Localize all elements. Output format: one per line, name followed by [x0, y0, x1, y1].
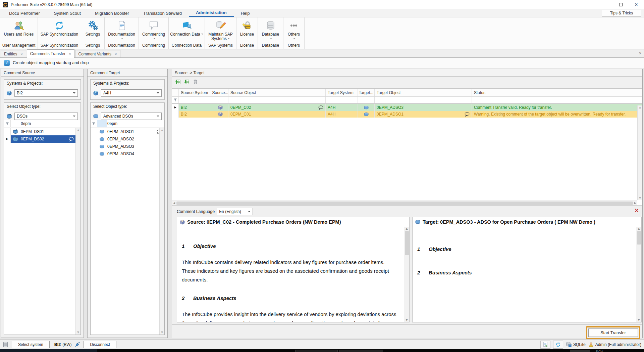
- delete-mapping-button[interactable]: [193, 79, 198, 85]
- ribbon-group-database[interactable]: Database Database: [258, 17, 283, 49]
- scroll-up-icon[interactable]: ▲: [406, 227, 408, 230]
- list-item[interactable]: 0EPM_ADSO4: [91, 150, 164, 158]
- chevron-down-icon: [201, 34, 203, 36]
- tab-close-icon[interactable]: ×: [20, 52, 22, 56]
- column-header[interactable]: Status: [472, 89, 642, 96]
- scroll-left-icon[interactable]: ◀: [173, 202, 175, 205]
- close-preview-button[interactable]: ×: [634, 207, 640, 213]
- disconnect-button[interactable]: Disconnect: [84, 341, 116, 348]
- scroll-up-icon[interactable]: ▲: [639, 106, 641, 109]
- source-preview-title: Source: 0EPM_C02 - Completed Purchase Or…: [187, 219, 341, 225]
- scroll-down-icon[interactable]: ▼: [77, 331, 79, 334]
- windows-taskbar[interactable]: 15:57: [0, 349, 644, 352]
- tab-strip-close-icon[interactable]: ×: [639, 51, 641, 56]
- source-system-select[interactable]: BI2: [14, 89, 78, 97]
- tab-entities[interactable]: Entities×: [1, 50, 26, 57]
- ribbon-group-user-management[interactable]: Users and Roles User Management: [0, 17, 38, 49]
- menu-tab-migration-booster[interactable]: Migration Booster: [88, 9, 136, 17]
- scrollbar-thumb[interactable]: [637, 231, 641, 245]
- scrollbar-thumb[interactable]: [176, 202, 633, 205]
- column-header[interactable]: Source...: [212, 89, 228, 96]
- export-excel-alt-button[interactable]: [184, 79, 190, 85]
- select-system-button[interactable]: Select system: [12, 341, 50, 348]
- ribbon-group-commenting[interactable]: Commenting Commenting: [139, 17, 169, 49]
- target-object-type-select[interactable]: Advanced DSOs: [101, 113, 162, 120]
- tab-close-icon[interactable]: ×: [115, 52, 117, 56]
- infocube-icon: [212, 104, 228, 111]
- scrollbar-thumb[interactable]: [405, 231, 409, 255]
- preview-scrollbar[interactable]: ▲ ▼: [404, 227, 409, 322]
- comment-language-select[interactable]: En (English): [217, 208, 253, 215]
- taskbar-tray[interactable]: [570, 350, 590, 352]
- scroll-down-icon[interactable]: ▼: [638, 319, 640, 321]
- menu-tab-system-scout[interactable]: System Scout: [47, 9, 88, 17]
- source-comment-preview: Source: 0EPM_C02 - Completed Purchase Or…: [177, 217, 410, 322]
- status-text: Comment Transfer valid. Ready for transf…: [472, 104, 642, 111]
- ribbon-group-sap-systems[interactable]: Maintain SAP Systems SAP Systems: [205, 17, 236, 49]
- column-header[interactable]: Target Object: [375, 89, 472, 96]
- scroll-down-icon[interactable]: ▼: [639, 197, 641, 200]
- dso-icon: [11, 137, 20, 141]
- menu-tab-administration[interactable]: Administration: [189, 9, 234, 17]
- scroll-up-icon[interactable]: ▲: [638, 227, 640, 230]
- minimize-button[interactable]: —: [598, 0, 613, 9]
- list-filter-row[interactable]: 0epm: [91, 120, 164, 128]
- report-button[interactable]: [540, 341, 550, 349]
- filter-text[interactable]: 0epm: [107, 121, 164, 126]
- list-item[interactable]: 0EPM_ADSO3: [91, 143, 164, 150]
- close-button[interactable]: ×: [629, 0, 644, 9]
- menu-tab-translation-steward[interactable]: Translation Steward: [136, 9, 189, 17]
- ribbon-group-sap-synchronization[interactable]: SAP Synchronization SAP Synchronization: [38, 17, 81, 49]
- taskbar-window-thumb[interactable]: [339, 350, 383, 352]
- documentation-icon: [117, 20, 127, 31]
- ribbon-group-documentation[interactable]: Documentation Documentation: [105, 17, 139, 49]
- list-scrollbar[interactable]: ▲ ▼: [159, 128, 164, 335]
- taskbar-window-thumb[interactable]: [295, 350, 338, 352]
- preview-scrollbar[interactable]: ▲ ▼: [636, 227, 641, 322]
- column-header[interactable]: Source System: [179, 89, 212, 96]
- scroll-down-icon[interactable]: ▼: [406, 319, 408, 321]
- list-item[interactable]: 0EPM_ADSO1: [91, 128, 164, 135]
- ribbon-group-settings[interactable]: Settings Settings: [81, 17, 105, 49]
- column-header[interactable]: Target System: [326, 89, 358, 96]
- adso-icon: [97, 144, 107, 149]
- list-scrollbar[interactable]: ▲ ▼: [75, 128, 80, 335]
- list-item[interactable]: 0EPM_DS01: [4, 128, 80, 135]
- tab-comment-variants[interactable]: Comment Variants×: [75, 50, 120, 57]
- ribbon-button-label: Others: [288, 32, 300, 43]
- menu-tab-help[interactable]: Help: [234, 9, 257, 17]
- export-excel-button[interactable]: [175, 79, 181, 85]
- list-item-selected[interactable]: ▶ 0EPM_DS02: [4, 135, 80, 143]
- column-header[interactable]: Target...: [358, 89, 375, 96]
- list-item[interactable]: 0EPM_ADSO2: [91, 135, 164, 143]
- target-system-select[interactable]: A4H: [101, 89, 162, 97]
- tips-tricks-button[interactable]: Tips & Tricks: [602, 10, 641, 16]
- column-header[interactable]: Source Object: [228, 89, 326, 96]
- tab-close-icon[interactable]: ×: [69, 52, 71, 56]
- list-filter-row[interactable]: 0epm: [4, 120, 80, 128]
- section-paragraph: The InfoCube provides insight into the d…: [182, 310, 399, 322]
- start-transfer-button[interactable]: Start Transfer: [588, 328, 638, 337]
- scroll-up-icon[interactable]: ▲: [161, 129, 163, 132]
- filter-text[interactable]: 0epm: [20, 121, 80, 126]
- grid-horizontal-scrollbar[interactable]: ◀ ▶: [172, 201, 637, 205]
- title-bar: Performer Suite v20.3.0.0.28499 Main (64…: [0, 0, 644, 9]
- grid-vertical-scrollbar[interactable]: ▲ ▼: [637, 105, 642, 200]
- license-lock-icon: [242, 20, 253, 31]
- mapping-row[interactable]: ▶ BI2 0EPM_C02 A4H 0EPM_ADSO3 Comment Tr…: [172, 104, 642, 111]
- system-cube-icon: [7, 91, 12, 96]
- ribbon-group-license[interactable]: License License: [236, 17, 258, 49]
- refresh-button[interactable]: [553, 341, 563, 349]
- ribbon-group-connection-data[interactable]: Connection Data Connection Data: [169, 17, 205, 49]
- source-object-type-select[interactable]: DSOs: [14, 113, 78, 120]
- menu-tab-docu-performer[interactable]: Docu Performer: [2, 9, 47, 17]
- tab-comments-transfer[interactable]: Comments Transfer×: [27, 49, 74, 58]
- connected-system-type: (BW): [62, 342, 71, 347]
- scroll-up-icon[interactable]: ▲: [77, 129, 79, 132]
- mapping-row[interactable]: BI2 0EPM_C01 A4H 0EPM_ADSO1 Warning. Exi…: [172, 111, 642, 118]
- scroll-down-icon[interactable]: ▼: [161, 331, 163, 334]
- scroll-right-icon[interactable]: ▶: [634, 202, 636, 205]
- maximize-button[interactable]: [613, 0, 629, 9]
- ribbon-group-others[interactable]: Others Others: [283, 17, 305, 49]
- grid-filter-row[interactable]: [172, 97, 642, 104]
